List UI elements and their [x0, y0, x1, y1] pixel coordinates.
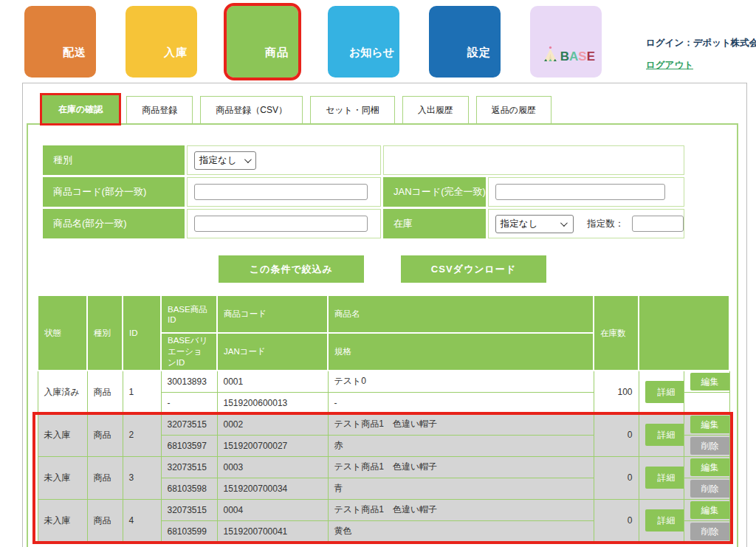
edit-button[interactable]: 編集 — [690, 373, 730, 391]
type-field-label: 種別 — [43, 145, 185, 175]
cell-base-id: 32073515 — [161, 499, 217, 520]
nav-button-settings[interactable]: 設定 — [429, 6, 501, 78]
cell-base-id: 30013893 — [161, 371, 217, 392]
cell-detail: 詳細 — [639, 371, 684, 413]
tab-product-register-csv[interactable]: 商品登録（CSV） — [200, 96, 303, 123]
nav-button-products-label: 商品 — [265, 46, 289, 60]
action-button-row: この条件で絞込み CSVダウンロード — [28, 255, 737, 283]
tent-icon — [542, 46, 559, 63]
jan-field-label: JANコード(完全一致) — [383, 177, 486, 207]
content-box: 種別 指定なし 商品コード(部分一致) JANコード(完全一致) — [27, 123, 738, 547]
detail-button[interactable]: 詳細 — [645, 424, 684, 446]
cell-delete-empty — [684, 392, 729, 413]
results-table: 状態 種別 ID BASE商品ID 商品コード 商品名 在庫数 BASEバリエー… — [37, 295, 730, 543]
base-logo-tile[interactable]: BASE — [530, 6, 602, 78]
table-row: 未入庫 商品 2 32073515 0002 テスト商品1 色違い帽子 0 詳細… — [38, 413, 729, 435]
cell-edit: 編集 — [684, 456, 729, 478]
cell-base-variation-id: 68103598 — [161, 478, 217, 499]
jan-code-input[interactable] — [495, 184, 665, 200]
table-row: 入庫済み 商品 1 30013893 0001 テスト0 100 詳細 編集 — [38, 371, 729, 392]
cell-edit: 編集 — [684, 413, 729, 435]
logout-link[interactable]: ログアウト — [646, 59, 693, 72]
code-field-label: 商品コード(部分一致) — [43, 177, 185, 207]
product-code-input[interactable] — [194, 184, 368, 200]
cell-base-variation-id: 68103597 — [161, 435, 217, 456]
nav-button-delivery-label: 配送 — [63, 46, 86, 60]
login-block: ログイン：デポット株式会社様 ログアウト — [646, 37, 756, 72]
col-header-actions — [639, 295, 729, 371]
results-table-wrap: 状態 種別 ID BASE商品ID 商品コード 商品名 在庫数 BASEバリエー… — [37, 295, 729, 543]
qty-label: 指定数： — [587, 219, 624, 229]
name-field-cell — [187, 209, 381, 238]
col-header-type: 種別 — [87, 295, 123, 371]
cell-edit: 編集 — [684, 499, 729, 520]
cell-name: テスト0 — [328, 371, 594, 392]
cell-code: 0001 — [217, 371, 328, 392]
detail-button[interactable]: 詳細 — [645, 381, 684, 403]
nav-button-inbound-label: 入庫 — [164, 46, 188, 60]
cell-code: 0004 — [217, 499, 328, 520]
detail-button[interactable]: 詳細 — [645, 509, 684, 531]
cell-status: 未入庫 — [38, 456, 87, 499]
cell-type: 商品 — [87, 413, 123, 456]
delete-button[interactable]: 削除 — [690, 523, 730, 540]
jan-field-cell — [488, 177, 684, 207]
cell-name: テスト商品1 色違い帽子 — [328, 413, 594, 435]
qty-input[interactable] — [632, 216, 684, 232]
cell-type: 商品 — [87, 456, 123, 499]
type-select[interactable]: 指定なし — [194, 151, 256, 170]
cell-id: 3 — [123, 456, 161, 499]
cell-spec: 黄色 — [328, 520, 594, 542]
col-header-stock: 在庫数 — [594, 295, 639, 371]
col-header-id: ID — [123, 295, 161, 371]
cell-base-variation-id: - — [161, 392, 217, 413]
cell-code: 0003 — [217, 456, 328, 478]
tab-set-bundle[interactable]: セット・同梱 — [310, 96, 395, 123]
tab-stock-check[interactable]: 在庫の確認 — [42, 95, 119, 123]
table-row: 未入庫 商品 4 32073515 0004 テスト商品1 色違い帽子 0 詳細… — [38, 499, 729, 520]
csv-download-button[interactable]: CSVダウンロード — [401, 255, 546, 283]
main-panel: 在庫の確認 商品登録 商品登録（CSV） セット・同梱 入出履歴 返品の履歴 種… — [22, 83, 747, 547]
edit-button[interactable]: 編集 — [690, 458, 730, 476]
base-logo: BASE — [542, 46, 595, 63]
cell-jan: 1519200700034 — [217, 478, 328, 499]
cell-spec: - — [328, 392, 594, 413]
login-status-text: ログイン：デポット株式会社様 — [646, 37, 756, 49]
cell-delete: 削除 — [684, 435, 729, 456]
nav-button-inbound[interactable]: 入庫 — [126, 6, 197, 78]
col-header-code: 商品コード — [217, 295, 328, 333]
cell-detail: 詳細 — [639, 456, 684, 499]
cell-name: テスト商品1 色違い帽子 — [328, 499, 594, 520]
nav-button-settings-label: 設定 — [467, 46, 491, 60]
cell-base-id: 32073515 — [161, 456, 217, 478]
cell-type: 商品 — [87, 371, 123, 413]
type-field-cell: 指定なし — [187, 145, 381, 175]
cell-id: 4 — [123, 499, 161, 542]
cell-jan: 1519200600013 — [217, 392, 328, 413]
tab-product-register[interactable]: 商品登録 — [126, 96, 193, 123]
filter-button[interactable]: この条件で絞込み — [219, 255, 364, 283]
tab-returns-history[interactable]: 返品の履歴 — [476, 96, 551, 123]
cell-id: 2 — [123, 413, 161, 456]
product-name-input[interactable] — [194, 216, 368, 232]
nav-button-products[interactable]: 商品 — [227, 6, 298, 78]
cell-stock: 100 — [594, 371, 639, 413]
col-header-base-id: BASE商品ID — [161, 295, 217, 333]
col-header-jan: JANコード — [217, 333, 328, 371]
cell-name: テスト商品1 色違い帽子 — [328, 456, 594, 478]
detail-button[interactable]: 詳細 — [645, 467, 684, 489]
delete-button[interactable]: 削除 — [690, 437, 730, 455]
cell-code: 0002 — [217, 413, 328, 435]
nav-button-news[interactable]: お知らせ — [328, 6, 399, 78]
tab-inout-history[interactable]: 入出履歴 — [402, 96, 469, 123]
stock-select[interactable]: 指定なし — [495, 215, 574, 233]
edit-button[interactable]: 編集 — [690, 416, 730, 433]
cell-jan: 1519200700041 — [217, 520, 328, 542]
edit-button[interactable]: 編集 — [690, 501, 730, 519]
cell-status: 未入庫 — [38, 413, 87, 456]
cell-spec: 赤 — [328, 435, 594, 456]
nav-button-delivery[interactable]: 配送 — [24, 6, 96, 78]
cell-base-variation-id: 68103599 — [161, 520, 217, 542]
cell-status: 未入庫 — [38, 499, 87, 542]
delete-button[interactable]: 削除 — [690, 480, 730, 498]
